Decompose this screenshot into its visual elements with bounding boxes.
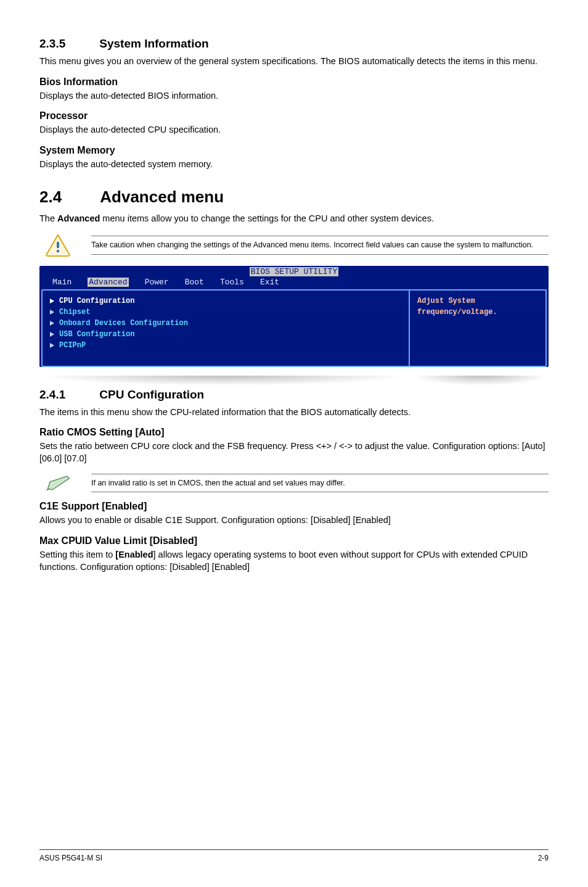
- bios-setup-panel: BIOS SETUP UTILITY Main Advanced Power B…: [39, 266, 549, 367]
- footer-page-number: 2-9: [538, 854, 549, 862]
- bios-item-cpu[interactable]: CPU Configuration: [50, 295, 401, 307]
- footer-model: ASUS P5G41-M SI: [39, 854, 102, 862]
- bios-item-pcipnp[interactable]: PCIPnP: [50, 340, 401, 351]
- text: The: [39, 213, 57, 223]
- heading-title: System Information: [99, 37, 208, 50]
- processor-body: Displays the auto-detected CPU specifica…: [39, 124, 549, 136]
- chevron-right-icon: [50, 332, 54, 337]
- note-icon: [39, 474, 76, 492]
- bios-help-line: frequency/voltage.: [417, 307, 538, 318]
- bios-tab-exit[interactable]: Exit: [260, 278, 279, 287]
- bios-tab-main[interactable]: Main: [52, 278, 71, 287]
- bios-menu-list: CPU Configuration Chipset Onboard Device…: [43, 291, 410, 366]
- bios-title-text: BIOS SETUP UTILITY: [250, 267, 338, 276]
- bios-tab-boot[interactable]: Boot: [185, 278, 204, 287]
- system-memory-body: Displays the auto-detected system memory…: [39, 159, 549, 171]
- svg-rect-0: [57, 241, 59, 248]
- bios-help-line: Adjust System: [417, 295, 538, 307]
- bios-item-label: Onboard Devices Configuration: [59, 318, 188, 329]
- note-text: If an invalid ratio is set in CMOS, then…: [91, 474, 549, 493]
- intro-2-3-5: This menu gives you an overview of the g…: [39, 56, 549, 68]
- text-bold: [Enabled: [115, 550, 153, 559]
- bios-item-label: CPU Configuration: [59, 295, 134, 307]
- pencil-note-icon: [44, 474, 71, 492]
- caution-text: Take caution when changing the settings …: [91, 236, 549, 255]
- c1e-body: Allows you to enable or disable C1E Supp…: [39, 514, 549, 527]
- bios-body: CPU Configuration Chipset Onboard Device…: [41, 289, 547, 367]
- bios-item-onboard[interactable]: Onboard Devices Configuration: [50, 318, 401, 329]
- heading-number: 2.4.1: [39, 388, 96, 402]
- heading-2-3-5: 2.3.5 System Information: [39, 37, 549, 51]
- bios-info-body: Displays the auto-detected BIOS informat…: [39, 90, 549, 102]
- bios-help-panel: Adjust System frequency/voltage.: [410, 291, 545, 366]
- caution-callout: Take caution when changing the settings …: [39, 234, 549, 257]
- bios-item-usb[interactable]: USB Configuration: [50, 329, 401, 340]
- heading-title: Advanced menu: [100, 188, 224, 206]
- bios-tab-tools[interactable]: Tools: [220, 278, 244, 287]
- bios-tab-bar: Main Advanced Power Boot Tools Exit: [41, 276, 547, 289]
- text: Setting this item to: [39, 550, 115, 559]
- text-bold: Advanced: [57, 213, 100, 223]
- heading-2-4-1: 2.4.1 CPU Configuration: [39, 388, 549, 402]
- bios-item-label: Chipset: [59, 307, 90, 318]
- ratio-body: Sets the ratio between CPU core clock an…: [39, 440, 549, 464]
- system-memory-heading: System Memory: [39, 145, 549, 156]
- bios-shadow: [39, 376, 549, 386]
- c1e-heading: C1E Support [Enabled]: [39, 501, 549, 512]
- processor-heading: Processor: [39, 110, 549, 122]
- bios-info-heading: Bios Information: [39, 76, 549, 88]
- bios-tab-power[interactable]: Power: [145, 278, 169, 287]
- text: menu items allow you to change the setti…: [100, 213, 434, 223]
- heading-number: 2.4: [39, 188, 96, 207]
- chevron-right-icon: [50, 299, 54, 303]
- bios-item-chipset[interactable]: Chipset: [50, 307, 401, 318]
- chevron-right-icon: [50, 321, 54, 326]
- caution-icon: [39, 234, 76, 257]
- cpuid-heading: Max CPUID Value Limit [Disabled]: [39, 535, 549, 547]
- bios-tab-advanced[interactable]: Advanced: [88, 278, 128, 287]
- note-callout: If an invalid ratio is set in CMOS, then…: [39, 474, 549, 493]
- bios-item-label: PCIPnP: [59, 340, 86, 351]
- intro-2-4-1: The items in this menu show the CPU-rela…: [39, 406, 549, 419]
- cpuid-body: Setting this item to [Enabled] allows le…: [39, 549, 549, 573]
- heading-title: CPU Configuration: [99, 388, 204, 401]
- bios-title-bar: BIOS SETUP UTILITY: [41, 267, 547, 276]
- heading-2-4: 2.4 Advanced menu: [39, 188, 549, 207]
- chevron-right-icon: [50, 310, 54, 315]
- bios-item-label: USB Configuration: [59, 329, 134, 340]
- intro-2-4: The Advanced menu items allow you to cha…: [39, 213, 549, 225]
- heading-number: 2.3.5: [39, 37, 96, 51]
- warning-triangle-icon: [44, 234, 71, 257]
- chevron-right-icon: [50, 343, 54, 348]
- page-footer: ASUS P5G41-M SI 2-9: [39, 850, 549, 862]
- ratio-heading: Ratio CMOS Setting [Auto]: [39, 427, 549, 438]
- svg-point-1: [57, 250, 59, 252]
